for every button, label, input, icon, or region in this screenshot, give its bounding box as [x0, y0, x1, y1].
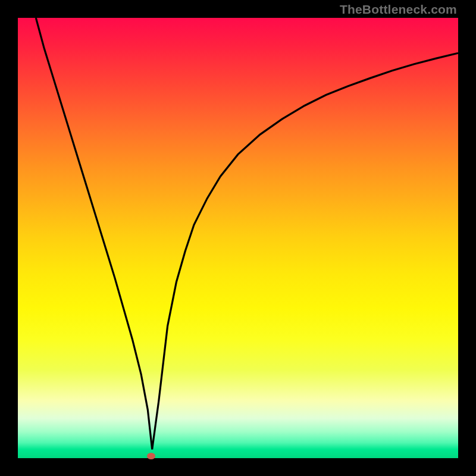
bottleneck-curve [18, 18, 458, 458]
watermark-text: TheBottleneck.com [340, 2, 457, 17]
chart-frame: TheBottleneck.com [0, 0, 476, 476]
optimal-point-marker [147, 453, 155, 459]
